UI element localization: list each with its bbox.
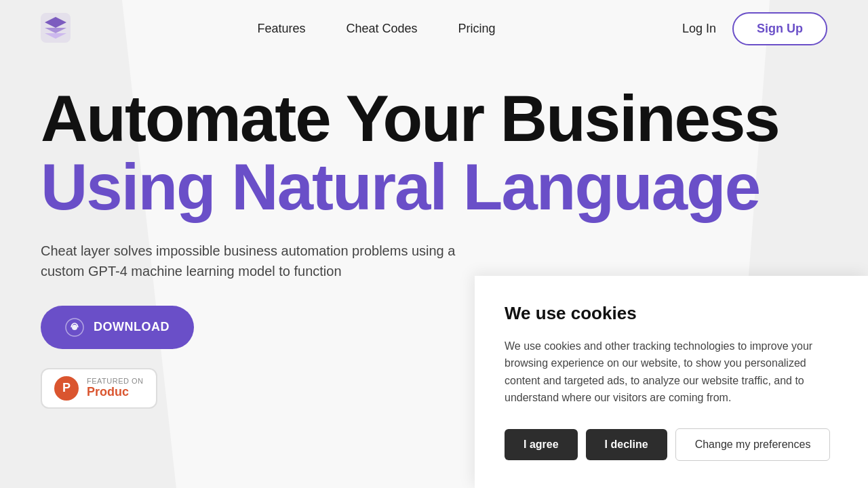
svg-point-5 <box>72 325 77 330</box>
cookie-consent-panel: We use cookies We use cookies and other … <box>475 276 868 488</box>
hero-title-line2: Using Natural Language <box>41 153 827 222</box>
navbar-center: Features Cheat Codes Pricing <box>71 22 682 36</box>
cookie-agree-button[interactable]: I agree <box>505 429 578 460</box>
product-hunt-badge[interactable]: P FEATURED ON Produc <box>41 368 157 409</box>
nav-features[interactable]: Features <box>257 22 305 36</box>
download-label: DOWNLOAD <box>94 320 170 334</box>
ph-name: Produc <box>87 385 144 399</box>
hero-subtitle: Cheat layer solves impossible business a… <box>41 241 488 281</box>
cookie-preferences-button[interactable]: Change my preferences <box>675 428 831 461</box>
cookie-body: We use cookies and other tracking techno… <box>505 338 838 407</box>
product-hunt-text: FEATURED ON Produc <box>87 377 144 399</box>
signup-button[interactable]: Sign Up <box>732 12 827 45</box>
nav-cheat-codes[interactable]: Cheat Codes <box>346 22 417 36</box>
navbar-right: Log In Sign Up <box>682 12 827 45</box>
cookie-decline-button[interactable]: I decline <box>586 429 667 460</box>
login-link[interactable]: Log In <box>682 22 716 36</box>
download-icon <box>65 318 84 337</box>
hero-title-line1: Automate Your Business <box>41 85 827 153</box>
ph-featured-label: FEATURED ON <box>87 377 144 385</box>
navbar: Features Cheat Codes Pricing Log In Sign… <box>0 0 868 58</box>
nav-pricing[interactable]: Pricing <box>458 22 496 36</box>
cookie-title: We use cookies <box>505 303 838 324</box>
logo[interactable] <box>41 13 71 45</box>
download-button[interactable]: DOWNLOAD <box>41 306 194 349</box>
product-hunt-logo: P <box>54 376 79 401</box>
cookie-buttons: I agree I decline Change my preferences <box>505 428 838 461</box>
navbar-left <box>41 13 71 45</box>
